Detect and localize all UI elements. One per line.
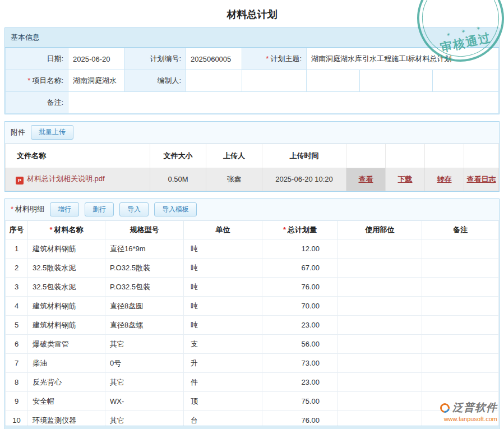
cell-location xyxy=(338,278,422,297)
delete-row-button[interactable]: 删行 xyxy=(85,202,114,217)
material-details-title-text: 材料明细 xyxy=(15,205,44,213)
subject-label-text: 计划主题: xyxy=(270,54,302,63)
col-action xyxy=(464,144,499,168)
cell-unit: 件 xyxy=(184,373,262,392)
material-details-header: *材料明细 增行 删行 导入 导入模板 xyxy=(5,199,499,221)
batch-upload-button[interactable]: 批量上传 xyxy=(31,125,73,140)
cell-name: 32.5散装水泥 xyxy=(28,259,105,278)
file-size-cell: 0.50M xyxy=(150,168,206,191)
cell-location xyxy=(338,373,422,392)
material-row: 8 反光背心 其它 件 23.00 xyxy=(6,373,499,392)
view-log-link[interactable]: 查看日志 xyxy=(467,175,496,183)
download-cell: 下载 xyxy=(386,168,425,191)
cell-qty: 70.00 xyxy=(262,297,338,316)
cell-location xyxy=(338,354,422,373)
cell-name: 反光背心 xyxy=(28,373,105,392)
material-row: 6 爆破类雷管 其它 支 56.00 xyxy=(6,335,499,354)
attachments-table: 文件名称 文件大小 上传人 上传时间 P材料总计划相关说明.pdf 0.50M … xyxy=(5,144,499,191)
brand-name: 泛普软件 xyxy=(452,400,497,415)
col-material-name-text: 材料名称 xyxy=(54,225,84,234)
fanpu-logo-icon xyxy=(438,401,452,414)
page-title: 材料总计划 xyxy=(0,0,504,27)
cell-location xyxy=(338,335,422,354)
empty-cell xyxy=(307,70,360,92)
brand-url[interactable]: www.fanpusoft.com xyxy=(440,416,497,422)
cell-spec: 0号 xyxy=(105,354,184,373)
cell-spec: 其它 xyxy=(105,335,184,354)
brand-row: 泛普软件 xyxy=(440,400,497,415)
pdf-icon: P xyxy=(16,177,24,184)
save-as-cell: 转存 xyxy=(425,168,464,191)
col-action xyxy=(386,144,425,168)
footer-brand: 泛普软件 www.fanpusoft.com xyxy=(440,400,497,422)
cell-location xyxy=(338,316,422,335)
view-link[interactable]: 查看 xyxy=(359,175,373,183)
col-total-qty-text: 总计划量 xyxy=(288,225,317,234)
cell-name: 安全帽 xyxy=(28,392,105,411)
import-button[interactable]: 导入 xyxy=(119,202,149,217)
download-link[interactable]: 下载 xyxy=(398,175,413,183)
cell-spec: 其它 xyxy=(105,373,184,392)
cell-no: 4 xyxy=(6,297,28,316)
required-mark: * xyxy=(283,225,286,234)
empty-cell xyxy=(433,70,499,92)
required-mark: * xyxy=(49,225,52,234)
col-file-name: 文件名称 xyxy=(6,144,150,168)
cell-spec: 直径8盘圆 xyxy=(105,297,184,316)
cell-remark xyxy=(422,259,499,278)
uploader-cell: 张鑫 xyxy=(206,168,262,191)
cell-remark xyxy=(422,239,499,259)
col-location: 使用部位 xyxy=(338,221,422,239)
attachment-file-link[interactable]: 材料总计划相关说明.pdf xyxy=(27,174,105,183)
cell-no: 6 xyxy=(6,335,28,354)
material-details-title: *材料明细 xyxy=(11,204,44,214)
import-template-button[interactable]: 导入模板 xyxy=(154,202,197,217)
bottom-panel-edge xyxy=(4,426,500,429)
cell-spec: WX- xyxy=(105,392,184,411)
cell-qty: 12.00 xyxy=(262,239,338,259)
project-value: 湖南洞庭湖水 xyxy=(68,70,124,92)
cell-remark xyxy=(422,316,499,335)
cell-no: 1 xyxy=(6,239,28,259)
cell-no: 3 xyxy=(6,278,28,297)
cell-qty: 67.00 xyxy=(262,259,338,278)
cell-remark xyxy=(422,335,499,354)
material-row: 5 建筑材料钢筋 直径8盘螺 吨 23.00 xyxy=(6,316,499,335)
date-label: 日期: xyxy=(6,48,68,70)
cell-no: 2 xyxy=(6,259,28,278)
material-details-panel: *材料明细 增行 删行 导入 导入模板 序号 *材料名称 规格型号 单位 *总计… xyxy=(4,199,500,429)
plan-no-label: 计划编号: xyxy=(124,48,186,70)
cell-name: 建筑材料钢筋 xyxy=(28,239,105,259)
attachments-header: 附件 批量上传 xyxy=(5,122,499,144)
cell-remark xyxy=(422,297,499,316)
material-row: 9 安全帽 WX- 顶 75.00 xyxy=(6,392,499,411)
cell-spec: 直径16*9m xyxy=(105,239,184,259)
material-row: 2 32.5散装水泥 P.O32.5散装 吨 67.00 xyxy=(6,259,499,278)
basic-info-panel: 基本信息 日期: 2025-06-20 计划编号: 2025060005 *计划… xyxy=(4,27,500,114)
cell-name: 建筑材料钢筋 xyxy=(28,316,105,335)
cell-qty: 23.00 xyxy=(262,316,338,335)
col-spec: 规格型号 xyxy=(105,221,184,239)
add-row-button[interactable]: 增行 xyxy=(50,202,79,217)
material-row: 4 建筑材料钢筋 直径8盘圆 吨 70.00 xyxy=(6,297,499,316)
remark-label: 备注: xyxy=(6,92,68,114)
cell-name: 32.5包装水泥 xyxy=(28,278,105,297)
required-mark: * xyxy=(11,205,13,213)
cell-no: 8 xyxy=(6,373,28,392)
cell-no: 5 xyxy=(6,316,28,335)
col-upload-time: 上传时间 xyxy=(262,144,346,168)
cell-qty: 76.00 xyxy=(262,278,338,297)
col-remark: 备注 xyxy=(422,221,499,239)
cell-unit: 升 xyxy=(184,354,262,373)
cell-location xyxy=(338,259,422,278)
plan-no-value: 2025060005 xyxy=(186,48,242,70)
empty-cell xyxy=(360,70,433,92)
col-file-size: 文件大小 xyxy=(150,144,206,168)
cell-name: 爆破类雷管 xyxy=(28,335,105,354)
cell-no: 7 xyxy=(6,354,28,373)
save-as-link[interactable]: 转存 xyxy=(437,175,452,183)
cell-qty: 56.00 xyxy=(262,335,338,354)
cell-spec: P.O32.5包装 xyxy=(105,278,184,297)
cell-location xyxy=(338,392,422,411)
project-label: *项目名称: xyxy=(6,70,68,92)
